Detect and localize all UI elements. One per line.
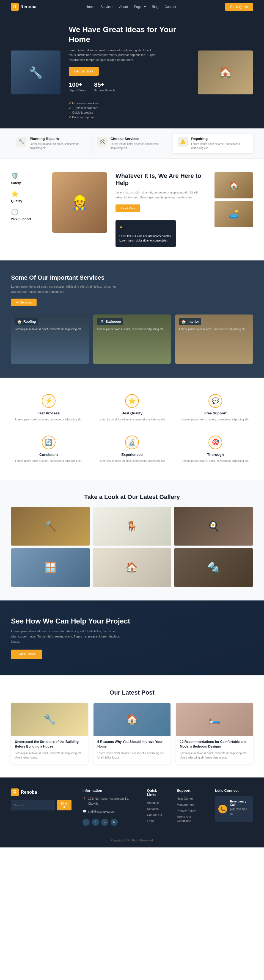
social-twitter[interactable]: t <box>92 819 99 826</box>
help-image-2: 🛋️ <box>214 201 253 227</box>
brand-logo[interactable]: R Renoba <box>11 3 37 11</box>
blog-image-3: 🛏️ <box>176 703 253 736</box>
gallery-section: Take a Look at Our Latest Gallery 🔨 🪑 🍳 … <box>0 480 264 600</box>
footer-connect-content: 📞 Emergency Call (+1) 234 567 89 <box>215 796 253 822</box>
blog-grid: 🔧 Understand the Structure of the Buildi… <box>11 703 253 764</box>
hero-section: We Have Great Ideas for Your Home Lorem … <box>0 14 264 129</box>
help-features-list: 🛡️ Safety ⭐ Quality 🕐 24/7 Support <box>11 172 44 247</box>
roofing-icon: 🏠 <box>17 320 22 324</box>
gallery-item-1[interactable]: 🔨 <box>11 507 90 546</box>
free-support-icon: 💬 <box>208 394 222 408</box>
gallery-item-2[interactable]: 🪑 <box>93 507 171 546</box>
social-facebook[interactable]: f <box>83 819 90 826</box>
gallery-item-3[interactable]: 🍳 <box>174 507 253 546</box>
service-interior-overlay: 🏠 Interior Lorem ipsum dolor sit amet, c… <box>175 315 253 335</box>
why-consistent: 🔄 Consistent Lorem ipsum dolor sit amet,… <box>11 433 86 466</box>
service-bathroom-image: 🚿 Bathroom Lorem ipsum dolor sit amet, c… <box>93 315 171 364</box>
hero-description: Lorem ipsum dolor sit amet, consectetur … <box>69 48 157 62</box>
hero-features-list: Experience workers Turpis nisl praesent … <box>69 102 190 119</box>
help-safety: 🛡️ Safety <box>11 172 44 185</box>
why-experienced: 🔬 Experienced Lorem ipsum dolor sit amet… <box>94 433 170 466</box>
link-services[interactable]: Services <box>147 807 158 810</box>
support-icon: 🕐 <box>11 208 18 216</box>
hero-cta-button[interactable]: Get Services <box>69 67 99 76</box>
blog-section: Our Latest Post 🔧 Understand the Structu… <box>0 675 264 778</box>
help-support: 🕐 24/7 Support <box>11 208 44 221</box>
footer-address: 📍 123, Northwest, Apartment 11, Cityvill… <box>83 796 136 808</box>
hero-stats: 100+ Happy Clients 85+ Success Projects <box>69 81 190 97</box>
gallery-item-4[interactable]: 🪟 <box>11 548 90 587</box>
help-section: 🛡️ Safety ⭐ Quality 🕐 24/7 Support 👷 Wha… <box>0 159 264 261</box>
features-strip: 🔧 Planning Repairs Lorem ipsum dolor sit… <box>0 129 264 159</box>
feature-planning: 🔧 Planning Repairs Lorem ipsum dolor sit… <box>11 134 92 153</box>
nav-blog[interactable]: Blog <box>152 5 158 9</box>
footer-search-button[interactable]: Find It <box>57 800 72 810</box>
link-contact[interactable]: Contact Us <box>147 813 162 816</box>
services-section: Some Of Our Important Services Lorem ips… <box>0 261 264 378</box>
social-linkedin[interactable]: in <box>101 819 108 826</box>
nav-cta-button[interactable]: Get a Quote <box>225 3 253 11</box>
nav-services[interactable]: Services <box>101 5 113 9</box>
footer-top: R Renoba Find It Information 📍 123, Nort… <box>11 788 253 826</box>
footer-search: Find It <box>11 800 72 810</box>
blog-card-2[interactable]: 🏠 5 Reasons Why You Should Improve Your … <box>93 703 171 764</box>
cta-button[interactable]: Get a Quote <box>11 649 42 659</box>
why-free-support: 💬 Free Support Lorem ipsum dolor sit ame… <box>178 391 253 425</box>
quote-box: Ut elit tellus, luctus nec ullamcorper m… <box>115 220 176 247</box>
why-thorough: 🎯 Thorough Lorem ipsum dolor sit amet, c… <box>178 433 253 466</box>
blog-title: Our Latest Post <box>11 689 253 696</box>
all-services-button[interactable]: All Services <box>11 299 37 306</box>
help-side-images: 🏠 🛋️ <box>214 172 253 247</box>
gallery-item-6[interactable]: 🔩 <box>174 548 253 587</box>
gallery-item-5[interactable]: 🏠 <box>93 548 171 587</box>
quality-icon: ⭐ <box>11 191 18 197</box>
nav-about[interactable]: About <box>119 5 128 9</box>
cta-description: Lorem ipsum dolor sit amet, consectetur … <box>11 629 121 644</box>
feature-repairing-text: Repairing Lorem ipsum dolor sit amet, co… <box>191 137 248 150</box>
social-youtube[interactable]: ▶ <box>110 819 118 826</box>
link-privacy-policy[interactable]: Privacy Policy <box>177 809 195 812</box>
hero-feature-4: Pulvinar dapibus <box>69 116 190 119</box>
services-description: Lorem ipsum dolor sit amet, consectetur … <box>11 284 121 294</box>
nav-pages[interactable]: Pages ▾ <box>134 5 146 9</box>
support-links-list: Help Center Management Privacy Policy Te… <box>177 796 204 823</box>
footer-email: ✉️ mail@example.com <box>83 809 136 816</box>
link-management[interactable]: Management <box>177 803 194 806</box>
gallery-grid: 🔨 🪑 🍳 🪟 🏠 🔩 <box>11 507 253 587</box>
hero-image <box>11 51 61 94</box>
repairing-icon: ⚠️ <box>178 137 188 146</box>
hero-feature-1: Experience workers <box>69 102 190 105</box>
footer-connect: Let's Connect 📞 Emergency Call (+1) 234 … <box>215 788 253 826</box>
feature-planning-text: Planning Repairs Lorem ipsum dolor sit a… <box>30 137 86 150</box>
emergency-box: 📞 Emergency Call (+1) 234 567 89 <box>215 796 253 822</box>
nav-home[interactable]: Home <box>86 5 94 9</box>
link-terms[interactable]: Terms And Conditions <box>177 815 191 822</box>
cta-title: See How We Can Help Your Project <box>11 617 253 625</box>
footer-brand: R Renoba Find It <box>11 788 72 826</box>
interior-label: 🏠 Interior <box>179 318 201 325</box>
blog-card-1[interactable]: 🔧 Understand the Structure of the Buildi… <box>11 703 88 764</box>
nav-contact[interactable]: Contact <box>165 5 176 9</box>
hero-right-image: 🏠 <box>198 51 253 94</box>
service-bathroom: 🚿 Bathroom Lorem ipsum dolor sit amet, c… <box>93 315 171 364</box>
services-grid: 🏠 Roofing Lorem ipsum dolor sit amet, co… <box>11 315 253 364</box>
blog-card-3[interactable]: 🛏️ 10 Recommendations for Comfortable an… <box>176 703 253 764</box>
logo-icon: R <box>11 3 19 11</box>
address-icon: 📍 <box>83 797 86 800</box>
blog-image-1: 🔧 <box>11 703 88 736</box>
roofing-label: 🏠 Roofing <box>15 318 38 325</box>
link-help-center[interactable]: Help Center <box>177 797 193 800</box>
nav-links: Home Services About Pages ▾ Blog Contact <box>86 5 176 9</box>
footer-search-input[interactable] <box>11 800 55 810</box>
hero-feature-2: Turpis nisl praesent <box>69 106 190 110</box>
copyright-text: Copyright © All Right Reserved <box>11 838 253 842</box>
footer-support: Support Help Center Management Privacy P… <box>177 788 204 826</box>
link-faqs[interactable]: Faqs <box>147 819 154 822</box>
read-more-button[interactable]: Read More <box>115 204 140 212</box>
link-about[interactable]: About Us <box>147 801 159 804</box>
gallery-title: Take a Look at Our Latest Gallery <box>11 493 253 501</box>
footer-information: Information 📍 123, Northwest, Apartment … <box>83 788 136 826</box>
hero-stat-clients: 100+ Happy Clients <box>69 81 86 97</box>
quick-links-list: About Us Services Contact Us Faqs <box>147 800 166 823</box>
fast-process-icon: ⚡ <box>42 394 56 408</box>
